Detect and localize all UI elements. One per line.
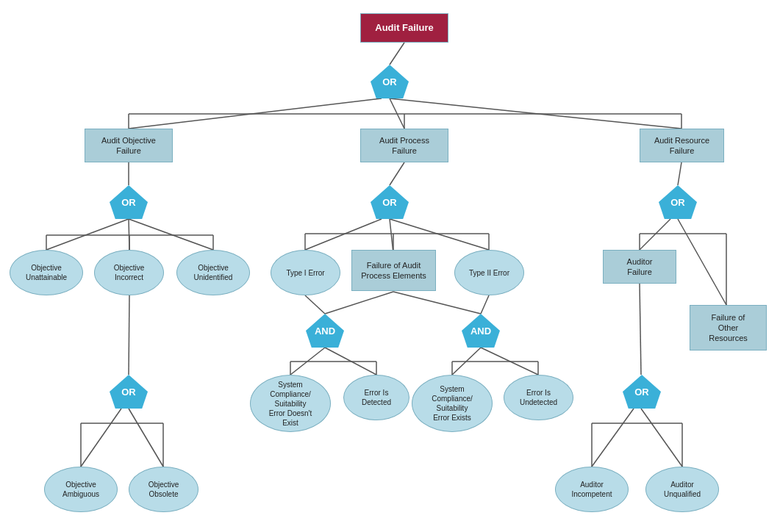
audit-objective-failure-node: Audit ObjectiveFailure (85, 129, 173, 162)
and-gate-1: AND (306, 314, 344, 348)
or-gate-1: OR (371, 65, 409, 98)
svg-line-24 (678, 162, 681, 185)
svg-line-46 (129, 295, 129, 375)
svg-line-40 (481, 348, 538, 375)
auditor-unqualified-node: AuditorUnqualified (645, 467, 719, 512)
svg-line-17 (305, 219, 382, 250)
svg-line-11 (129, 219, 213, 250)
fault-tree-diagram: Audit Failure OR Audit ObjectiveFailure … (0, 0, 780, 532)
objective-ambiguous-node: ObjectiveAmbiguous (44, 467, 118, 512)
svg-line-39 (452, 348, 481, 375)
or-gate-3: OR (371, 185, 409, 219)
objective-obsolete-node: ObjectiveObsolete (129, 467, 198, 512)
and-gate-2: AND (462, 314, 500, 348)
sys-compliance-no-node: SystemCompliance/SuitabilityError Doesn'… (250, 375, 331, 432)
type2-error-node: Type II Error (454, 250, 524, 295)
or-gate-5: OR (110, 375, 148, 409)
svg-line-34 (290, 348, 325, 375)
svg-line-26 (678, 219, 726, 305)
or-gate-2: OR (110, 185, 148, 219)
svg-line-33 (393, 292, 481, 314)
audit-resource-failure-node: Audit ResourceFailure (640, 129, 724, 162)
svg-line-35 (325, 348, 376, 375)
error-undetected-node: Error IsUndetected (504, 375, 573, 420)
svg-line-52 (81, 409, 121, 467)
svg-line-16 (390, 162, 404, 185)
sys-compliance-yes-node: SystemCompliance/SuitabilityError Exists (412, 375, 493, 432)
svg-line-9 (46, 219, 129, 250)
failure-audit-process-elements-node: Failure of AuditProcess Elements (351, 250, 436, 291)
svg-line-30 (305, 295, 325, 314)
svg-line-53 (129, 409, 163, 467)
svg-line-3 (390, 98, 681, 129)
svg-line-10 (129, 219, 129, 250)
auditor-incompetent-node: AuditorIncompetent (555, 467, 629, 512)
type1-error-node: Type I Error (271, 250, 340, 295)
auditor-failure-node: AuditorFailure (603, 250, 676, 284)
svg-line-31 (325, 292, 393, 314)
svg-line-0 (390, 43, 404, 65)
objective-unattainable-node: ObjectiveUnattainable (10, 250, 83, 295)
or-gate-6: OR (623, 375, 661, 409)
audit-process-failure-node: Audit ProcessFailure (360, 129, 448, 162)
or-gate-4: OR (659, 185, 697, 219)
svg-line-48 (641, 409, 682, 467)
svg-line-32 (481, 295, 489, 314)
objective-incorrect-node: ObjectiveIncorrect (94, 250, 164, 295)
svg-line-47 (592, 409, 634, 467)
svg-line-1 (129, 98, 382, 129)
error-detected-node: Error IsDetected (343, 375, 409, 420)
svg-line-18 (390, 219, 393, 254)
audit-failure-node: Audit Failure (360, 13, 448, 43)
objective-unidentified-node: ObjectiveUnidentified (176, 250, 250, 295)
failure-other-resources-node: Failure ofOtherResources (690, 305, 767, 351)
svg-line-19 (390, 219, 489, 250)
svg-line-25 (640, 219, 670, 250)
svg-line-44 (640, 284, 641, 375)
svg-line-2 (390, 98, 404, 129)
